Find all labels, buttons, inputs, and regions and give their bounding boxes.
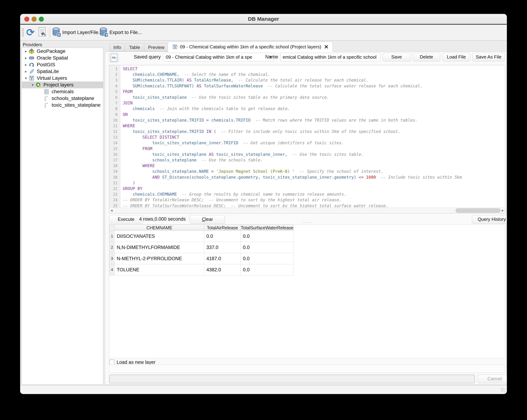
query-history-button[interactable]: Query History <box>472 215 507 224</box>
tree-item-chemicals[interactable]: chemicals <box>22 88 103 95</box>
zoom-window-button[interactable] <box>39 17 44 22</box>
tree-item-postgis[interactable]: ▸PostGIS <box>22 61 103 68</box>
toolbar-drag-handle[interactable] <box>22 28 24 37</box>
line-number: 2 <box>109 72 120 77</box>
code-line-19[interactable]: 19 schools_stateplane.NAME = 'Jepson Mag… <box>109 168 505 174</box>
column-header-chemname[interactable]: CHEMNAME <box>115 225 204 231</box>
code-line-20[interactable]: 20 AND ST_Distance(schools_stateplane.ge… <box>109 174 505 180</box>
tab-info[interactable]: Info <box>109 43 125 51</box>
cell-totalsurfacewaterrelease[interactable]: 0.0 <box>241 253 294 264</box>
cell-totalsurfacewaterrelease[interactable]: 0.0 <box>241 242 294 253</box>
tree-item-oracle-spatial[interactable]: ▸Oracle Spatial <box>22 55 103 61</box>
refresh-button[interactable]: ⟳ <box>26 26 35 39</box>
code-line-10[interactable]: 10 toxic_sites_stateplane.TRIFID = chemi… <box>109 117 505 123</box>
code-line-23[interactable]: 23 chemicals.CHEMNAME -- Group the resul… <box>109 191 505 197</box>
name-input[interactable]: emical Catalog within 1km of a specific … <box>280 53 380 61</box>
chevron-right-icon[interactable]: ▸ <box>23 63 29 67</box>
save-button[interactable]: Save <box>383 53 410 61</box>
chevron-right-icon[interactable]: ▸ <box>23 56 29 60</box>
load-file-button[interactable]: Load File <box>442 53 470 61</box>
create-view-button[interactable]: SQL <box>109 53 119 62</box>
tree-item-project-layers[interactable]: ▾Project layers <box>22 82 103 88</box>
code-segment: geometry <box>238 175 258 179</box>
active-query-tab[interactable]: 09 - Chemical Catalog within 1km of a sp… <box>168 42 333 52</box>
sql-editor[interactable]: 1SELECT2 chemicals.CHEMNAME, -- Select t… <box>109 65 505 213</box>
import-layer-button[interactable]: Import Layer/File... <box>52 26 102 39</box>
code-segment: . <box>197 169 199 174</box>
code-line-4[interactable]: 4 SUM(chemicals.TTLSURFWAT) AS TotalSurf… <box>109 83 505 89</box>
splitter-handle[interactable]: ······ <box>300 221 314 223</box>
code-line-24[interactable]: 24-- ORDER BY TotalAirRelease DESC; -- U… <box>109 197 505 203</box>
cell-totalairrelease[interactable]: 337.0 <box>204 242 241 253</box>
load-layer-checkbox[interactable] <box>109 360 114 365</box>
code-line-16[interactable]: 16 toxic_sites_stateplane AS toxic_sites… <box>109 152 505 157</box>
code-line-11[interactable]: 11WHERE <box>109 123 505 129</box>
code-line-5[interactable]: 5FROM <box>109 89 505 94</box>
line-number: 3 <box>109 77 120 83</box>
cell-chemname[interactable]: TOLUENE <box>115 264 204 275</box>
column-header-totalairrelease[interactable]: TotalAirRelease <box>204 225 241 231</box>
table-row[interactable]: 1DIISOCYANATES0.00.0 <box>110 231 294 242</box>
editor-hscrollbar[interactable]: ◂ ▸ <box>109 208 505 213</box>
chevron-right-icon[interactable]: ▸ <box>23 49 29 53</box>
saved-query-value: 09 - Chemical Catalog within 1km of a sp… <box>166 54 252 60</box>
code-line-15[interactable]: 15 FROM <box>109 146 505 152</box>
code-segment: TTLSURFWAT) <box>167 84 197 88</box>
code-line-7[interactable]: 7JOIN <box>109 100 505 106</box>
scroll-right-icon[interactable]: ▸ <box>500 208 505 213</box>
export-file-button[interactable]: Export to File... <box>99 26 142 39</box>
code-line-18[interactable]: 18 WHERE <box>109 163 505 168</box>
table-row[interactable]: 3N-METHYL-2-PYRROLIDONE4187.00.0 <box>110 253 294 264</box>
cell-chemname[interactable]: DIISOCYANATES <box>115 231 204 242</box>
code-line-21[interactable]: 21 ) <box>109 180 505 186</box>
execute-button[interactable]: Execute <box>109 215 143 224</box>
layer-name-input[interactable] <box>109 365 505 373</box>
code-line-1[interactable]: 1SELECT <box>109 66 505 72</box>
cancel-button[interactable]: Cancel <box>478 375 507 383</box>
scrollbar-thumb[interactable] <box>456 208 500 213</box>
tree-item-geopackage[interactable]: ▸GeoPackage <box>22 48 103 55</box>
scroll-left-icon[interactable]: ◂ <box>109 208 114 213</box>
code-line-17[interactable]: 17 schools_stateplane -- Use the schools… <box>109 157 505 163</box>
chevron-down-icon[interactable]: ▾ <box>30 83 35 87</box>
table-row[interactable]: 4TOLUENE4382.00.0 <box>110 264 294 275</box>
chevron-down-icon[interactable]: ▾ <box>23 76 29 80</box>
cell-totalairrelease[interactable]: 4187.0 <box>204 253 241 264</box>
save-as-file-button[interactable]: Save As File <box>472 53 505 61</box>
cell-totalairrelease[interactable]: 0.0 <box>204 231 241 242</box>
table-row[interactable]: 2N,N-DIMETHYLFORMAMIDE337.00.0 <box>110 242 294 253</box>
tree-item-virtual-layers[interactable]: ▾Virtual Layers <box>22 75 103 82</box>
code-line-9[interactable]: 9ON <box>109 112 505 117</box>
line-number: 17 <box>109 157 120 163</box>
cell-totalsurfacewaterrelease[interactable]: 0.0 <box>241 264 294 275</box>
tree-item-label: PostGIS <box>37 62 55 68</box>
sql-window-button[interactable] <box>38 26 46 39</box>
cell-totalsurfacewaterrelease[interactable]: 0.0 <box>241 231 294 242</box>
tab-preview[interactable]: Preview <box>144 43 169 51</box>
tab-table[interactable]: Table <box>125 43 144 51</box>
tree-item-spatialite[interactable]: ▸SpatiaLite <box>22 68 103 75</box>
chevron-right-icon[interactable]: ▸ <box>23 69 29 74</box>
saved-query-select[interactable]: 09 - Chemical Catalog within 1km of a sp… <box>163 53 274 61</box>
code-line-12[interactable]: 12 toxic_sites_stateplane.TRIFID IN ( --… <box>109 129 505 134</box>
close-tab-icon[interactable]: ✕ <box>324 44 329 50</box>
code-line-14[interactable]: 14 toxic_sites_stateplane_inner.TRIFID -… <box>109 140 505 146</box>
delete-button[interactable]: Delete <box>413 53 440 61</box>
code-line-2[interactable]: 2 chemicals.CHEMNAME, -- Select the name… <box>109 72 505 77</box>
cell-totalairrelease[interactable]: 4382.0 <box>204 264 241 275</box>
tree-item-schools-stateplane[interactable]: schools_stateplane <box>22 95 103 102</box>
tree-item-toxic-sites-stateplane[interactable]: toxic_sites_stateplane <box>22 102 103 108</box>
code-line-22[interactable]: 22GROUP BY <box>109 186 505 191</box>
minimize-window-button[interactable] <box>32 17 37 22</box>
cell-chemname[interactable]: N-METHYL-2-PYRROLIDONE <box>115 253 204 264</box>
column-header-totalsurfacewaterrelease[interactable]: TotalSurfaceWaterRelease <box>241 225 294 231</box>
code-line-3[interactable]: 3 SUM(chemicals.TTLAIR) AS TotalAirRelea… <box>109 77 505 83</box>
code-line-13[interactable]: 13 SELECT DISTINCT <box>109 134 505 140</box>
cell-chemname[interactable]: N,N-DIMETHYLFORMAMIDE <box>115 242 204 253</box>
code-line-6[interactable]: 6 toxic_sites_stateplane -- Use the toxi… <box>109 94 505 100</box>
clear-button[interactable]: Clear <box>190 215 225 224</box>
close-window-button[interactable] <box>24 17 29 22</box>
code-line-8[interactable]: 8 chemicals -- Join with the chemicals t… <box>109 106 505 111</box>
code-line-25[interactable]: 25-- ORDER BY TotalSurfaceWaterRelease D… <box>109 203 505 208</box>
resize-grip[interactable] <box>501 388 505 393</box>
